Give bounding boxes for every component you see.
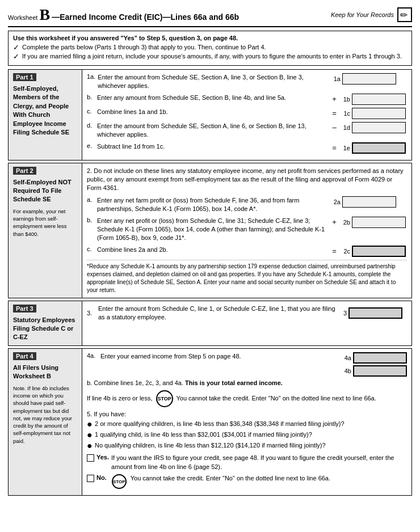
part3-text: Enter the amount from Schedule C, line 1… (98, 305, 337, 322)
check-text-2: If you are married filing a joint return… (22, 53, 402, 60)
part1-alpha-1d: d. (87, 122, 95, 129)
part2-title: Self-Employed NOT Required To File Sched… (13, 178, 77, 204)
part4-4a-label: 4a. (87, 352, 98, 359)
part4-bullet-2: ● 1 qualifying child, is line 4b less th… (87, 430, 407, 440)
part2-field-label-2a: 2a (330, 199, 341, 205)
big-b: B (39, 6, 50, 23)
yes-label: Yes. (96, 454, 109, 461)
part4-4b-input-row: 4b (345, 365, 407, 377)
part1-right-1a: 1a (330, 73, 407, 85)
part4-note: Note. If line 4b includes income on whic… (13, 385, 77, 445)
part1-line-1d: d. Enter the amount from Schedule SE, Se… (87, 122, 407, 140)
part2-input-2a[interactable] (342, 196, 396, 208)
part1-right-1c: = 1c (330, 108, 407, 119)
part2-input-2b[interactable] (352, 217, 406, 228)
part1-op-1c: = (330, 109, 338, 117)
check-item-2: ✓ If you are married filing a joint retu… (13, 53, 407, 61)
part4-4b-field-label: 4b (345, 368, 351, 374)
part1-alpha-1b: b. (87, 94, 95, 100)
header-title: Worksheet B —Earned Income Credit (EIC)—… (8, 6, 239, 24)
part1-alpha-1e: e. (87, 142, 95, 149)
part1-badge: Part 1 (13, 73, 36, 81)
part2-op-2c: = (330, 247, 338, 255)
part3-section: Part 3 Statutory Employees Filing Schedu… (8, 301, 412, 346)
no-label: No. (96, 474, 107, 481)
part2-right-2a: 2a (330, 196, 407, 208)
stop-icon-2: STOP (112, 474, 127, 489)
stop-label-1: STOP (157, 395, 171, 403)
part1-line-1e: e. Subtract line 1d from 1c. = 1e (87, 142, 407, 154)
part1-field-label-1e: 1e (340, 145, 350, 151)
part4-input-4b[interactable] (353, 365, 407, 377)
part2-alpha-2a: a. (87, 196, 95, 203)
part1-input-1d[interactable] (352, 122, 406, 133)
worksheet-label: Worksheet (8, 14, 37, 21)
part3-content: 3. Enter the amount from Schedule C, lin… (82, 301, 411, 345)
part1-input-1a[interactable] (342, 73, 396, 85)
part2-text-2c: Combine lines 2a and 2b. (97, 246, 328, 254)
part3-line-3: 3. Enter the amount from Schedule C, lin… (87, 305, 407, 322)
part2-right-2b: + 2b (330, 217, 407, 228)
bullet-icon-1: ● (87, 420, 93, 429)
yes-checkbox[interactable] (87, 454, 94, 462)
no-checkbox[interactable] (87, 475, 94, 482)
part4-inputs-col: 4a 4b (339, 352, 407, 377)
part1-alpha-1c: c. (87, 108, 95, 115)
part4-sidebar: Part 4 All Filers Using Worksheet B Note… (9, 349, 82, 495)
part2-field-label-2c: 2c (340, 248, 350, 255)
part1-field-label-1c: 1c (340, 110, 350, 117)
part2-content: 2. Do not include on these lines any sta… (82, 163, 411, 298)
part2-text-2a: Enter any net farm profit or (loss) from… (97, 196, 328, 214)
pen-icon (397, 7, 412, 22)
part4-section: Part 4 All Filers Using Worksheet B Note… (8, 348, 412, 496)
part1-alpha-1a: 1a. (87, 73, 95, 80)
part2-field-label-2b: 2b (340, 219, 350, 226)
part4-bullet-text-2: 1 qualifying child, is line 4b less than… (95, 430, 312, 439)
part2-section: Part 2 Self-Employed NOT Required To Fil… (8, 163, 412, 298)
part1-op-1d: – (330, 123, 338, 132)
part3-field-label: 3 (339, 310, 347, 316)
part1-right-1d: – 1d (330, 122, 407, 133)
part1-text-1a: Enter the amount from Schedule SE, Secti… (98, 73, 328, 91)
stop-label-2: STOP (113, 479, 125, 484)
part1-content: 1a. Enter the amount from Schedule SE, S… (82, 70, 411, 160)
part4-stop-line: If line 4b is zero or less, STOP You can… (87, 390, 407, 407)
page-header: Worksheet B —Earned Income Credit (EIC)—… (8, 6, 412, 27)
part1-input-1b[interactable] (352, 94, 406, 105)
part4-bullet-text-1: 2 or more qualifying children, is line 4… (95, 420, 345, 428)
bullet-icon-3: ● (87, 441, 93, 450)
instructions-bold: Use this worksheet if you answered "Yes"… (13, 35, 407, 41)
part1-line-1a: 1a. Enter the amount from Schedule SE, S… (87, 73, 407, 91)
yes-text: If you want the IRS to figure your credi… (111, 454, 407, 471)
part4-input-4a[interactable] (353, 352, 407, 364)
part1-op-1e: = (330, 143, 338, 152)
part4-4b-text-row: b. Combine lines 1e, 2c, 3, and 4a. This… (87, 379, 407, 387)
part3-num: 3. (87, 310, 96, 316)
part4-bullet-text-3: No qualifying children, is line 4b less … (95, 441, 326, 450)
check-item-1: ✓ Complete the parts below (Parts 1 thro… (13, 44, 407, 52)
part2-line-2b: b. Enter any net profit or (loss) from S… (87, 217, 407, 243)
part2-badge: Part 2 (13, 167, 36, 175)
part3-input[interactable] (348, 307, 402, 319)
part2-input-2c[interactable] (352, 246, 406, 257)
part4-no-row: No. STOP You cannot take the credit. Ent… (87, 474, 407, 489)
part3-badge: Part 3 (13, 305, 36, 313)
part1-line-1c: c. Combine lines 1a and 1b. = 1c (87, 108, 407, 119)
part2-sidebar: Part 2 Self-Employed NOT Required To Fil… (9, 163, 82, 298)
part4-top: Part 4 All Filers Using Worksheet B Note… (9, 349, 411, 495)
part1-input-1c[interactable] (352, 108, 406, 119)
part4-4b-bold: This is your total earned income. (185, 379, 283, 386)
part4-bullet-1: ● 2 or more qualifying children, is line… (87, 420, 407, 429)
check-text-1: Complete the parts below (Parts 1 throug… (22, 44, 266, 50)
part4-line5-intro: 5. If you have: (87, 411, 407, 417)
no-text: You cannot take the credit. Enter "No" o… (131, 474, 330, 483)
part2-line-2a: a. Enter any net farm profit or (loss) f… (87, 196, 407, 214)
checkmark-1: ✓ (13, 43, 20, 52)
part4-4a-field-label: 4a (345, 354, 351, 361)
bullet-icon-2: ● (87, 430, 93, 440)
part2-op-2b: + (330, 218, 338, 226)
part1-right-1e: = 1e (330, 142, 407, 154)
part1-input-1e[interactable] (352, 142, 406, 154)
part1-line-1b: b. Enter any amount from Schedule SE, Se… (87, 94, 407, 105)
part4-badge: Part 4 (13, 352, 36, 360)
